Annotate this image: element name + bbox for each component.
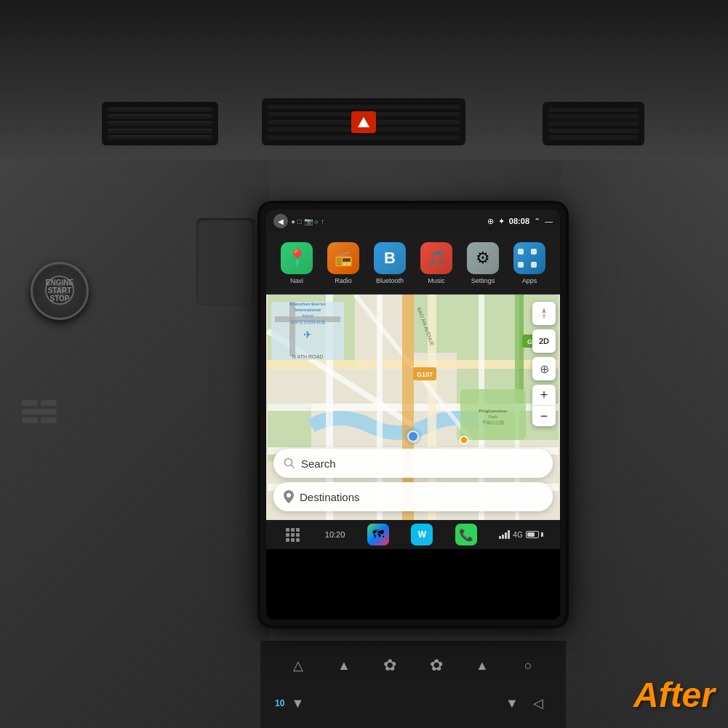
gps-icon: ⊕ [487, 217, 494, 226]
bottom-dock: 10:20 🗺 W 📞 4G [266, 520, 560, 549]
svg-line-43 [292, 465, 295, 468]
engine-label-3: STOP [46, 295, 73, 303]
dock-waze-icon[interactable]: W [411, 524, 433, 545]
map-area[interactable]: G107 G4 ✈ N 4TH ROAD BAO [266, 295, 560, 520]
settings-icon: ⚙ [467, 242, 499, 274]
signal-area: 4G [499, 530, 543, 539]
app-navi[interactable]: 📍 Navi [276, 242, 317, 284]
ctrl-triangle-right[interactable]: ◁ [525, 690, 551, 716]
radio-label: Radio [335, 277, 352, 284]
battery-icon [526, 531, 539, 538]
seat-controls [22, 400, 57, 423]
destinations-label: Destinations [300, 491, 360, 503]
move-button[interactable]: ⊕ [532, 357, 556, 380]
bluetooth-icon: ✦ [498, 217, 505, 226]
status-bar-right: ⊕ ✦ 08:08 ⌃ — [487, 217, 553, 226]
after-badge: After [633, 675, 715, 715]
app-music[interactable]: 🎵 Music [416, 242, 457, 284]
signal-bar-1 [499, 536, 501, 539]
svg-text:Shenzhen Bao'an: Shenzhen Bao'an [289, 302, 326, 306]
battery-indicator [526, 531, 543, 538]
signal-bar-4 [508, 530, 510, 539]
ctrl-back[interactable]: △ [285, 652, 311, 679]
destinations-bar[interactable]: Destinations [273, 482, 553, 511]
svg-text:✈: ✈ [303, 329, 312, 340]
seat-btn-3[interactable] [22, 409, 57, 415]
svg-point-44 [287, 493, 291, 497]
dock-phone-icon[interactable]: 📞 [455, 524, 477, 545]
ctrl-down-left[interactable]: ▼ [284, 690, 311, 716]
search-bar[interactable]: Search [273, 449, 553, 478]
compass-button[interactable] [532, 302, 556, 325]
music-icon: 🎵 [420, 242, 452, 274]
status-icons: ● □ 📷 ⟐ ↑ [291, 217, 324, 225]
status-bar: ◀ ● □ 📷 ⟐ ↑ ⊕ ✦ 08:08 ⌃ — [266, 209, 560, 233]
grid-icon [283, 525, 303, 545]
svg-marker-41 [543, 313, 545, 319]
svg-text:G107: G107 [417, 371, 433, 378]
map-controls: 2D ⊕ + − [532, 302, 556, 426]
clock: 08:08 [509, 217, 529, 225]
svg-text:N 4TH ROAD: N 4TH ROAD [292, 354, 323, 359]
controls-row-1: △ ▲ ✿ ✿ ▲ ○ [260, 652, 566, 679]
apps-label: Apps [522, 277, 537, 284]
seat-btn-4[interactable] [22, 417, 38, 423]
ctrl-down-right[interactable]: ▼ [499, 690, 525, 716]
app-bluetooth[interactable]: B Bluetooth [369, 242, 410, 284]
chevron-icon: ⌃ [534, 217, 540, 226]
svg-text:Park: Park [489, 415, 498, 419]
ctrl-fan-left[interactable]: ✿ [377, 652, 403, 679]
signal-bars [499, 530, 510, 539]
settings-label: Settings [471, 277, 495, 284]
svg-text:International: International [295, 308, 321, 312]
engine-start-button[interactable]: ENGINE START STOP [31, 262, 89, 320]
seat-btn-1[interactable] [22, 400, 38, 406]
app-settings[interactable]: ⚙ Settings [463, 242, 503, 284]
vent-right [543, 102, 644, 145]
svg-text:深圳宝安国际机场: 深圳宝安国际机场 [290, 319, 325, 324]
search-label: Search [301, 457, 336, 470]
svg-text:Pingluanshan: Pingluanshan [479, 409, 508, 413]
ctrl-home[interactable]: ○ [515, 652, 541, 679]
search-icon [284, 457, 295, 469]
seat-btn-2[interactable] [41, 400, 57, 406]
2d-mode-button[interactable]: 2D [532, 329, 556, 353]
signal-bar-2 [502, 535, 504, 539]
vent-center [262, 98, 465, 145]
back-button[interactable]: ◀ [273, 214, 288, 228]
music-label: Music [428, 277, 445, 284]
move-icon: ⊕ [540, 362, 549, 376]
radio-icon: 📻 [327, 242, 359, 274]
dock-maps-icon[interactable]: 🗺 [367, 524, 389, 545]
map-overlay: Search Destinations [266, 441, 560, 520]
ctrl-up-right[interactable]: ▲ [469, 652, 495, 679]
compass-icon [537, 306, 551, 321]
svg-rect-18 [515, 295, 524, 404]
seat-btn-5[interactable] [41, 417, 57, 423]
app-row: 📍 Navi 📻 Radio B Bluetooth 🎵 Music ⚙ Set… [266, 233, 560, 295]
navi-label: Navi [290, 277, 303, 284]
ctrl-up-left[interactable]: ▲ [331, 652, 357, 679]
destinations-icon [284, 490, 294, 503]
screen-content: ◀ ● □ 📷 ⟐ ↑ ⊕ ✦ 08:08 ⌃ — 📍 Navi 📻 Radio [266, 209, 560, 620]
signal-label: 4G [513, 531, 522, 539]
hazard-button[interactable] [351, 111, 376, 133]
apps-icon [513, 242, 545, 274]
navi-icon: 📍 [281, 242, 313, 274]
app-apps[interactable]: Apps [509, 242, 550, 284]
status-bar-left: ◀ ● □ 📷 ⟐ ↑ [273, 214, 324, 228]
dashboard-top [0, 0, 728, 160]
ctrl-fan-right[interactable]: ✿ [423, 652, 449, 679]
dock-grid[interactable] [283, 525, 303, 545]
battery-status-icon: — [545, 217, 553, 225]
screen-bezel: ◀ ● □ 📷 ⟐ ↑ ⊕ ✦ 08:08 ⌃ — 📍 Navi 📻 Radio [260, 204, 566, 625]
signal-bar-3 [505, 532, 507, 539]
zoom-out-button[interactable]: − [532, 406, 556, 426]
dock-clock: 10:20 [325, 530, 345, 539]
zoom-in-button[interactable]: + [532, 385, 556, 405]
app-radio[interactable]: 📻 Radio [323, 242, 364, 284]
engine-label-1: ENGINE [46, 279, 73, 287]
svg-text:Airport: Airport [302, 313, 314, 318]
battery-fill [527, 532, 535, 537]
bluetooth-app-icon: B [374, 242, 406, 274]
